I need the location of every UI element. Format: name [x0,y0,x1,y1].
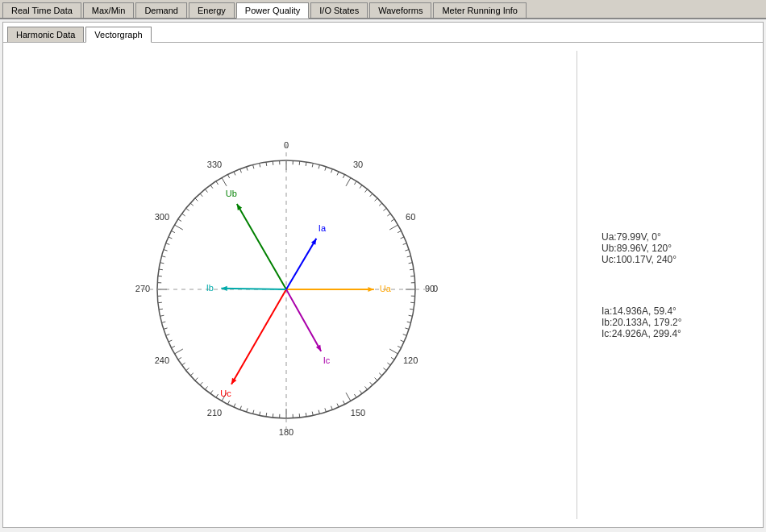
top-tab-real-time-data[interactable]: Real Time Data [2,2,81,18]
current-info: Ia:14.936A, 59.4°Ib:20.133A, 179.2°Ic:24… [602,305,731,339]
current-item: Ib:20.133A, 179.2° [602,317,731,328]
voltage-item: Ub:89.96V, 120° [602,243,731,254]
top-tab-waveforms[interactable]: Waveforms [369,2,431,18]
voltage-item: Ua:79.99V, 0° [602,231,731,243]
current-item: Ia:14.936A, 59.4° [602,305,731,317]
sub-tab-bar: Harmonic DataVectorgraph [3,23,763,43]
current-item: Ic:24.926A, 299.4° [602,328,731,339]
voltage-item: Uc:100.17V, 240° [602,254,731,265]
info-panel: Ua:79.99V, 0°Ub:89.96V, 120°Uc:100.17V, … [577,51,755,519]
content-area: Ua:79.99V, 0°Ub:89.96V, 120°Uc:100.17V, … [3,43,763,527]
top-tab-max/min[interactable]: Max/Min [83,2,135,18]
top-tab-i/o-states[interactable]: I/O States [310,2,368,18]
sub-tab-harmonic-data[interactable]: Harmonic Data [7,27,84,42]
top-tab-bar: Real Time DataMax/MinDemandEnergyPower Q… [0,0,766,19]
top-tab-demand[interactable]: Demand [135,2,187,18]
main-content: Harmonic DataVectorgraph Ua:79.99V, 0°Ub… [2,22,764,528]
top-tab-energy[interactable]: Energy [189,2,235,18]
sub-tab-vectorgraph[interactable]: Vectorgraph [85,27,151,43]
voltage-info: Ua:79.99V, 0°Ub:89.96V, 120°Uc:100.17V, … [602,231,731,265]
vector-diagram [133,112,439,459]
top-tab-meter-running-info[interactable]: Meter Running Info [433,2,527,18]
top-tab-power-quality[interactable]: Power Quality [236,2,309,19]
vectorgraph-area [11,51,577,519]
